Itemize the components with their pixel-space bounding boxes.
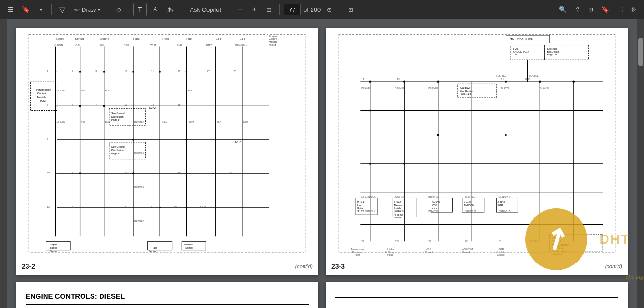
svg-point-228 bbox=[539, 81, 541, 83]
svg-text:BLK: BLK bbox=[217, 120, 221, 123]
svg-text:ETT: ETT bbox=[240, 37, 246, 40]
save-bookmark-icon[interactable]: ⊡ bbox=[344, 3, 357, 16]
svg-text:13: 13 bbox=[72, 205, 74, 208]
svg-text:LT GRN/BLK: LT GRN/BLK bbox=[361, 195, 376, 198]
svg-text:5: 5 bbox=[47, 103, 48, 106]
svg-text:Module (ECM): Module (ECM) bbox=[552, 244, 569, 246]
svg-text:12: 12 bbox=[47, 205, 50, 208]
svg-text:11: 11 bbox=[72, 171, 74, 174]
fullscreen-icon[interactable]: ⛶ bbox=[613, 3, 626, 16]
svg-text:EGR: EGR bbox=[497, 204, 503, 207]
svg-text:BLU/BLK: BLU/BLK bbox=[134, 219, 145, 222]
svg-text:Pack: Pack bbox=[133, 37, 140, 40]
svg-text:15: 15 bbox=[178, 103, 181, 106]
svg-text:S417: S417 bbox=[235, 140, 241, 143]
search-icon[interactable]: 🔍 bbox=[556, 3, 569, 16]
scroll-thumb[interactable] bbox=[638, 38, 643, 66]
eraser-icon[interactable]: ◇ bbox=[112, 3, 125, 16]
share-icon[interactable]: ⊡ bbox=[584, 3, 598, 16]
text-icon[interactable]: T bbox=[133, 3, 147, 16]
svg-text:Switch: Switch bbox=[357, 207, 364, 209]
translate-icon[interactable]: あ bbox=[164, 3, 177, 16]
svg-text:2·40: 2·40 bbox=[172, 205, 177, 208]
svg-text:Low: Low bbox=[357, 204, 362, 207]
page-diesel-left: ENGINE CONTROLS: DIESEL bbox=[16, 282, 318, 308]
svg-point-62 bbox=[132, 71, 134, 73]
svg-text:Switch: Switch bbox=[394, 207, 401, 209]
svg-text:Speed: Speed bbox=[56, 37, 64, 40]
svg-text:(TCM): (TCM) bbox=[39, 100, 46, 102]
right-scrollbar[interactable] bbox=[637, 19, 644, 308]
font-size-icon[interactable]: A bbox=[148, 3, 162, 16]
svg-text:11: 11 bbox=[361, 78, 364, 81]
svg-text:2 J147: 2 J147 bbox=[497, 200, 505, 203]
svg-point-63 bbox=[159, 71, 161, 73]
pages-container[interactable]: Speed Sensor Ground Pack Rack Fuel ETT E… bbox=[7, 19, 637, 308]
svg-text:Do not check: Do not check bbox=[552, 250, 566, 253]
svg-point-67 bbox=[103, 105, 105, 107]
page-of-label: of 260 bbox=[304, 6, 321, 13]
svg-text:DRN/WHT: DRN/WHT bbox=[498, 195, 510, 198]
page-number-input[interactable] bbox=[284, 4, 301, 15]
svg-text:Fuel: Fuel bbox=[186, 37, 192, 40]
bookmark2-icon[interactable]: 🔖 bbox=[598, 3, 612, 16]
svg-text:HRS 1: HRS 1 bbox=[357, 200, 364, 203]
svg-text:18: 18 bbox=[125, 171, 128, 174]
svg-text:Intake: Intake bbox=[387, 248, 394, 251]
svg-text:HOT IN OR START: HOT IN OR START bbox=[510, 37, 535, 40]
svg-text:Module: Module bbox=[269, 40, 277, 43]
svg-text:9: 9 bbox=[72, 137, 73, 140]
svg-text:Engine: Engine bbox=[552, 236, 560, 239]
svg-point-68 bbox=[132, 139, 134, 141]
filter-icon[interactable]: ▽ bbox=[55, 3, 69, 16]
draw-label: Draw bbox=[82, 6, 96, 13]
svg-text:8: 8 bbox=[47, 137, 48, 140]
svg-text:Box Details,: Box Details, bbox=[547, 50, 560, 53]
svg-text:Page 14: Page 14 bbox=[111, 118, 120, 121]
svg-point-69 bbox=[185, 139, 187, 141]
svg-text:EGR: EGR bbox=[498, 248, 504, 251]
zoom-in-button[interactable]: + bbox=[248, 3, 260, 16]
svg-text:DRN/WHT: DRN/WHT bbox=[498, 210, 510, 213]
settings-icon[interactable]: ⚙ bbox=[627, 3, 640, 16]
zoom-out-button[interactable]: − bbox=[234, 3, 246, 16]
svg-text:BLK: BLK bbox=[105, 89, 110, 92]
svg-text:Sensor: Sensor bbox=[149, 250, 156, 253]
svg-text:10: 10 bbox=[47, 171, 50, 174]
page-nav-icon[interactable]: ⊙ bbox=[322, 3, 336, 16]
svg-text:Control: Control bbox=[425, 251, 432, 254]
svg-text:Input: Input bbox=[387, 254, 393, 256]
svg-text:11: 11 bbox=[151, 70, 154, 72]
print-icon[interactable]: 🖨 bbox=[570, 3, 583, 16]
fit-page-icon[interactable]: ⊡ bbox=[262, 3, 276, 16]
page-23-3: HOT IN OR START F-25 GAUGE BACK 15A See … bbox=[326, 28, 628, 275]
toolbar-right-icons: 🔍 🖨 ⊡ 🔖 ⛶ ⚙ bbox=[556, 3, 640, 16]
svg-point-233 bbox=[505, 134, 507, 136]
svg-text:Transmission: Transmission bbox=[351, 248, 365, 251]
svg-point-60 bbox=[79, 71, 81, 73]
svg-text:DRY: DRY bbox=[243, 120, 248, 123]
svg-text:VIO: VIO bbox=[81, 120, 85, 123]
svg-text:WHT: WHT bbox=[150, 44, 156, 46]
svg-text:Solid State: Solid State bbox=[552, 247, 564, 250]
svg-point-66 bbox=[79, 105, 81, 107]
bookmark-icon[interactable]: 🔖 bbox=[19, 3, 32, 16]
svg-text:VIO: VIO bbox=[81, 89, 85, 92]
draw-chevron-icon: ▾ bbox=[98, 7, 100, 12]
draw-button[interactable]: ✏ Draw ▾ bbox=[71, 5, 104, 15]
svg-point-70 bbox=[55, 172, 56, 174]
svg-text:3: 3 bbox=[125, 205, 126, 208]
chevron-icon[interactable]: ▾ bbox=[34, 3, 47, 16]
svg-text:BLK/YEL: BLK/YEL bbox=[496, 74, 506, 77]
svg-text:ETT: ETT bbox=[216, 37, 221, 40]
ask-copilot-button[interactable]: Ask Copilot bbox=[185, 5, 226, 15]
svg-text:11: 11 bbox=[501, 78, 504, 81]
svg-text:Speed: Speed bbox=[50, 246, 57, 249]
top-pages-row: Speed Sensor Ground Pack Rack Fuel ETT E… bbox=[16, 28, 628, 275]
svg-text:14: 14 bbox=[151, 103, 154, 106]
svg-point-229 bbox=[572, 81, 575, 83]
svg-text:F-25: F-25 bbox=[513, 47, 518, 50]
list-icon[interactable]: ☰ bbox=[4, 3, 17, 16]
svg-text:Sensor: Sensor bbox=[75, 37, 84, 40]
separator-6 bbox=[279, 4, 280, 15]
